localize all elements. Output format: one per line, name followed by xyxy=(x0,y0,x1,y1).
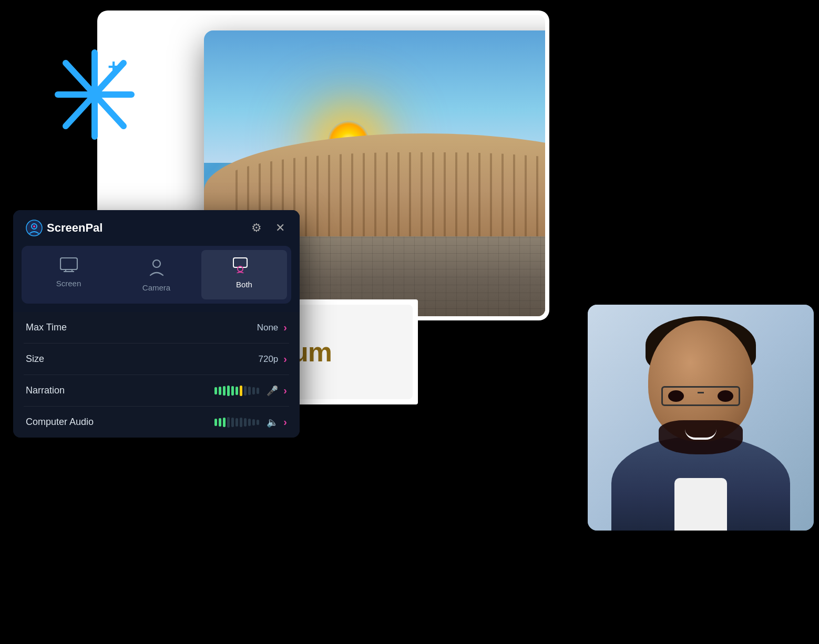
face-details xyxy=(653,370,748,454)
computer-audio-meter xyxy=(214,417,259,428)
logo-icon xyxy=(26,220,43,236)
mode-tabs: Screen Camera Both xyxy=(22,246,291,304)
narration-label: Narration xyxy=(26,385,65,396)
settings-button[interactable]: ⚙ xyxy=(249,220,264,236)
bar4 xyxy=(227,386,230,396)
bar1 xyxy=(214,387,217,394)
setting-row-maxtime[interactable]: Max Time None › xyxy=(24,312,289,344)
tab-camera-label: Camera xyxy=(142,283,170,292)
both-icon xyxy=(233,257,256,276)
svg-point-5 xyxy=(26,220,42,236)
cbar1 xyxy=(214,419,217,426)
size-value: 720p xyxy=(259,354,279,365)
cbar2 xyxy=(219,418,221,427)
cbar7 xyxy=(240,418,242,427)
bar6 xyxy=(236,387,238,395)
narration-chevron: › xyxy=(283,385,287,397)
header-actions: ⚙ ✕ xyxy=(249,220,287,236)
logo-pal: Pal xyxy=(85,221,103,234)
computer-audio-right: 🔈 › xyxy=(214,416,287,428)
bar7 xyxy=(240,386,242,396)
tab-both-label: Both xyxy=(236,280,252,289)
bar10 xyxy=(252,387,255,394)
cbar4 xyxy=(227,417,230,428)
size-label: Size xyxy=(26,354,44,365)
tab-screen-label: Screen xyxy=(56,279,81,288)
cbar5 xyxy=(231,418,234,427)
bar5 xyxy=(231,386,234,396)
screen-icon xyxy=(60,257,78,275)
slide-content: um xyxy=(281,305,413,399)
bar3 xyxy=(223,386,226,396)
size-chevron: › xyxy=(283,353,287,365)
cbar9 xyxy=(248,419,251,426)
maxtime-value: None xyxy=(257,323,279,333)
screenpal-panel: ScreenPal ⚙ ✕ Screen xyxy=(13,210,300,438)
maxtime-chevron: › xyxy=(283,321,287,334)
tab-camera[interactable]: Camera xyxy=(114,250,199,299)
narration-right: 🎤 › xyxy=(214,385,287,397)
setting-row-computer-audio[interactable]: Computer Audio 🔈 › xyxy=(24,407,289,438)
svg-text:+: + xyxy=(108,56,119,78)
webcam-overlay xyxy=(588,305,814,531)
logo-text: ScreenPal xyxy=(47,221,103,235)
shirt xyxy=(674,478,727,531)
logo-area: ScreenPal xyxy=(26,220,103,236)
speaker-icon: 🔈 xyxy=(267,417,278,428)
cbar8 xyxy=(244,418,247,427)
panel-header: ScreenPal ⚙ ✕ xyxy=(13,210,300,246)
computer-audio-chevron: › xyxy=(283,416,287,428)
bar8 xyxy=(244,386,247,396)
maxtime-label: Max Time xyxy=(26,322,67,333)
close-button[interactable]: ✕ xyxy=(273,220,287,236)
head xyxy=(648,320,753,441)
person xyxy=(588,305,814,531)
size-right: 720p › xyxy=(259,353,288,365)
bar9 xyxy=(248,387,251,395)
maxtime-right: None › xyxy=(257,321,287,334)
mic-icon: 🎤 xyxy=(267,385,278,397)
tab-both[interactable]: Both xyxy=(201,250,287,299)
svg-point-7 xyxy=(33,225,35,227)
computer-audio-label: Computer Audio xyxy=(26,417,94,428)
bar2 xyxy=(219,387,221,395)
cbar11 xyxy=(257,420,259,425)
cbar10 xyxy=(252,419,255,425)
camera-icon xyxy=(149,257,165,279)
glasses xyxy=(661,386,740,406)
cbar3 xyxy=(223,418,226,427)
narration-meter xyxy=(214,386,259,396)
settings-section: Max Time None › Size 720p › Narration xyxy=(13,312,300,438)
setting-row-narration[interactable]: Narration 🎤 › xyxy=(24,375,289,407)
cbar6 xyxy=(236,418,238,427)
bar11 xyxy=(257,388,259,394)
svg-rect-8 xyxy=(60,258,77,269)
star-decoration: + xyxy=(53,47,137,142)
tab-screen[interactable]: Screen xyxy=(26,250,111,299)
logo-screen: Screen xyxy=(47,221,85,234)
svg-point-12 xyxy=(153,260,160,267)
setting-row-size[interactable]: Size 720p › xyxy=(24,344,289,375)
